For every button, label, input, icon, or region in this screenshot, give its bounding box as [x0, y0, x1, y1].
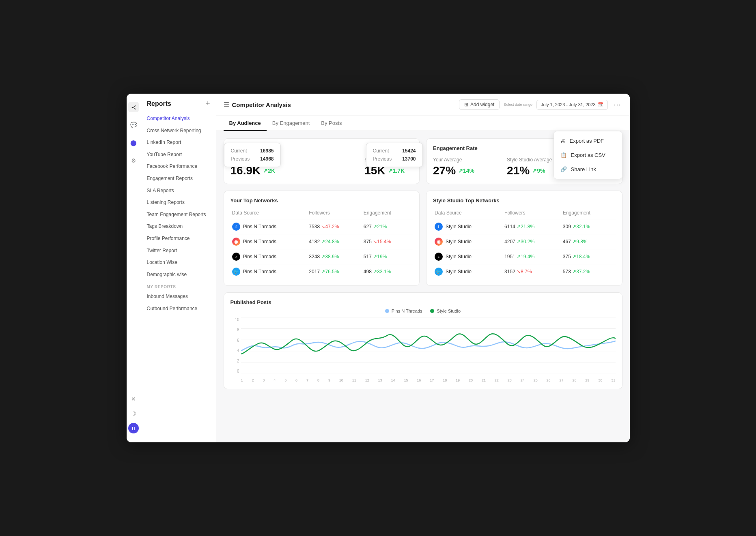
date-range-label: Select date range: [504, 103, 532, 107]
x-label: 8: [317, 378, 319, 382]
sidebar-item-tags[interactable]: Tags Breakdown: [141, 221, 216, 233]
x-label: 7: [306, 378, 308, 382]
nav-icon-chat[interactable]: 💬: [128, 120, 139, 130]
x-label: 13: [378, 378, 382, 382]
sidebar: Reports + Competitor Analysis Cross Netw…: [141, 94, 216, 442]
chart-svg-container: [241, 317, 616, 373]
hamburger-icon: ☰: [224, 101, 229, 108]
legend-label-studio: Style Studio: [437, 309, 461, 313]
your-average-tooltip: Current 16985 Previous 14968: [224, 143, 281, 167]
col-followers-your: Followers: [307, 208, 362, 219]
your-engagement: Your Average 27% ↗14%: [433, 157, 474, 177]
export-csv-button[interactable]: 📋 Export as CSV: [554, 148, 622, 162]
x-label: 2: [252, 378, 254, 382]
add-widget-icon: ⊞: [464, 102, 468, 107]
x-label: 22: [495, 378, 499, 382]
main-title-container: ☰ Competitor Analysis: [224, 101, 291, 108]
sidebar-item-cross-network[interactable]: Cross Network Reporting: [141, 125, 216, 137]
sidebar-item-facebook[interactable]: Facebook Performance: [141, 161, 216, 173]
tab-by-audience[interactable]: By Audience: [224, 116, 267, 131]
style-studio-engagement: Style Studio Average 21% ↗9%: [507, 157, 552, 177]
csv-icon: 📋: [560, 152, 567, 158]
table-row: 🐦 Style Studio 3152 ↘8.7% 573 ↗37.2%: [433, 264, 616, 279]
style-studio-tooltip: Current 15424 Previous 13700: [366, 143, 423, 167]
nav-icon-reports[interactable]: ≺: [128, 102, 139, 112]
sidebar-header: Reports +: [141, 99, 216, 113]
tooltip-studio-current-row: Current 15424: [373, 148, 416, 154]
sidebar-item-location[interactable]: Location Wise: [141, 257, 216, 269]
main-header: ☰ Competitor Analysis ⊞ Add widget Selec…: [216, 94, 630, 116]
your-top-networks-card: Your Top Networks Data Source Followers …: [224, 191, 420, 286]
sidebar-item-listening[interactable]: Listening Reports: [141, 197, 216, 209]
more-options-button[interactable]: ⋯: [612, 99, 622, 111]
sidebar-item-engagement[interactable]: Engagement Reports: [141, 173, 216, 185]
add-widget-button[interactable]: ⊞ Add widget: [459, 99, 500, 110]
sidebar-item-outbound[interactable]: Outbound Performance: [141, 303, 216, 315]
sidebar-item-youtube[interactable]: YouTube Report: [141, 149, 216, 161]
calendar-icon: 📅: [598, 102, 603, 107]
tab-by-engagement[interactable]: By Engagement: [267, 116, 316, 131]
sidebar-item-demographic[interactable]: Demographic wise: [141, 269, 216, 281]
your-eng-change: ↗14%: [458, 167, 474, 174]
x-label: 27: [559, 378, 563, 382]
followers-card: Followers Your Average 16.9K ↗2K: [224, 138, 420, 184]
header-right: ⊞ Add widget Select date range July 1, 2…: [459, 99, 622, 111]
pdf-icon: 🖨: [560, 138, 566, 144]
your-eng-label: Your Average: [433, 157, 474, 163]
y-label-2: 2: [237, 359, 239, 363]
x-label: 9: [328, 378, 330, 382]
your-eng-value: 27% ↗14%: [433, 164, 474, 177]
sidebar-item-sla[interactable]: SLA Reports: [141, 185, 216, 197]
col-engagement-your: Engagement: [362, 208, 413, 219]
x-label: 6: [295, 378, 297, 382]
y-label-8: 8: [237, 328, 239, 332]
networks-row: Your Top Networks Data Source Followers …: [224, 191, 622, 286]
x-label: 19: [456, 378, 460, 382]
page-title: Competitor Analysis: [232, 101, 291, 108]
x-label: 25: [534, 378, 538, 382]
my-reports-section-label: MY REPORTS: [141, 281, 216, 291]
nav-icon-circle[interactable]: ⬤: [128, 137, 139, 148]
table-row: ♪ Style Studio 1951 ↗19.4% 375 ↗18.4%: [433, 249, 616, 264]
nav-icon-settings[interactable]: ⚙: [128, 155, 139, 166]
tooltip-previous-row: Previous 14968: [231, 156, 274, 162]
style-studio-eng-value: 21% ↗9%: [507, 164, 552, 177]
table-row: ◉ Pins N Threads 4182 ↗24.8% 375 ↘15.4%: [230, 234, 413, 249]
nav-icon-moon[interactable]: ☽: [128, 408, 139, 419]
studio-networks-title: Style Studio Top Networks: [433, 197, 616, 204]
date-range-button[interactable]: July 1, 2023 - July 31, 2023 📅: [536, 100, 608, 110]
x-label: 20: [469, 378, 473, 382]
legend-studio: Style Studio: [430, 309, 461, 313]
main-content: ☰ Competitor Analysis ⊞ Add widget Selec…: [216, 94, 630, 442]
col-datasource-your: Data Source: [230, 208, 308, 219]
sidebar-item-team-engagement[interactable]: Team Engagement Reports: [141, 209, 216, 221]
x-label: 29: [585, 378, 589, 382]
export-menu: 🖨 Export as PDF 📋 Export as CSV 🔗 Share …: [554, 131, 622, 179]
sidebar-add-button[interactable]: +: [206, 99, 210, 108]
chart-title: Published Posts: [230, 299, 616, 305]
tab-by-posts[interactable]: By Posts: [315, 116, 347, 131]
table-row: ♪ Pins N Threads 3248 ↗38.9% 517 ↗19%: [230, 249, 413, 264]
followers-metrics: Your Average 16.9K ↗2K Current 16985: [230, 157, 413, 177]
sidebar-item-twitter[interactable]: Twitter Report: [141, 245, 216, 257]
x-label: 10: [339, 378, 343, 382]
nav-icon-close[interactable]: ✕: [128, 394, 139, 404]
tooltip-current-row: Current 16985: [231, 148, 274, 154]
x-label: 28: [572, 378, 576, 382]
export-pdf-button[interactable]: 🖨 Export as PDF: [554, 134, 622, 148]
x-label: 14: [391, 378, 395, 382]
sidebar-item-linkedin[interactable]: LinkedIn Report: [141, 137, 216, 149]
icon-bar-bottom: ✕ ☽ u: [128, 394, 139, 437]
tabs-bar: By Audience By Engagement By Posts: [216, 116, 630, 131]
sidebar-item-inbound[interactable]: Inbound Messages: [141, 291, 216, 303]
nav-icon-user[interactable]: u: [128, 423, 139, 433]
share-link-button[interactable]: 🔗 Share Link: [554, 162, 622, 176]
sidebar-item-profile[interactable]: Profile Performance: [141, 233, 216, 245]
x-label: 26: [547, 378, 551, 382]
y-axis-labels: 10 8 6 4 2 0: [230, 317, 239, 373]
legend-label-pins: Pins N Threads: [392, 309, 422, 313]
col-followers-studio: Followers: [503, 208, 561, 219]
your-networks-table: Data Source Followers Engagement f Pins …: [230, 208, 413, 279]
sidebar-item-competitor-analysis[interactable]: Competitor Analysis: [141, 113, 216, 125]
table-row: f Style Studio 6114 ↗21.8% 309 ↗32.1%: [433, 219, 616, 234]
